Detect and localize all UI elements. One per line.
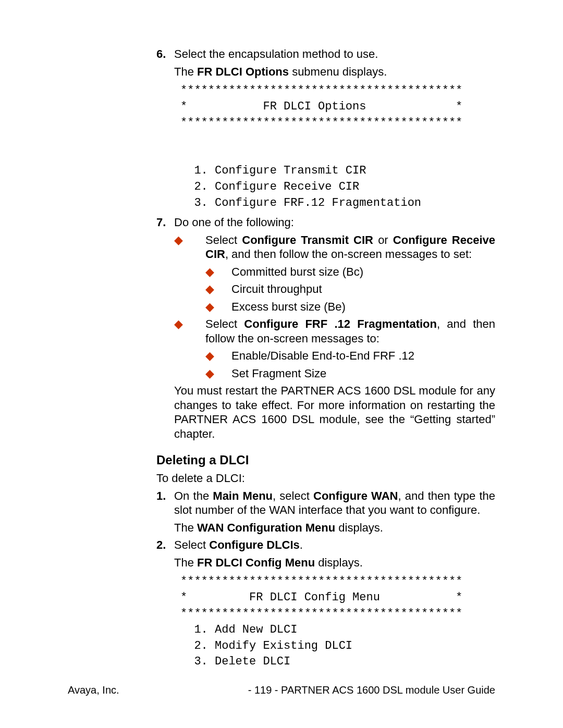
del-step-2-line2: The FR DLCI Config Menu displays. — [174, 556, 495, 570]
step-6-marker: 6. — [156, 47, 174, 215]
step-6: 6. Select the encapsulation method to us… — [156, 47, 495, 215]
step-6-terminal: ****************************************… — [180, 83, 495, 211]
del-step-1-body: On the Main Menu, select Configure WAN, … — [174, 489, 495, 535]
page-content: 6. Select the encapsulation method to us… — [68, 47, 495, 645]
list-item: ◆ Committed burst size (Bc) — [205, 265, 495, 279]
list-item: ◆ Excess burst size (Be) — [205, 300, 495, 314]
diamond-icon: ◆ — [205, 265, 231, 279]
del-step-1-line1: On the Main Menu, select Configure WAN, … — [174, 489, 495, 517]
step-6-line1: Select the encapsulation method to use. — [174, 47, 495, 61]
diamond-icon: ◆ — [205, 282, 231, 297]
step-7-tail: You must restart the PARTNER ACS 1600 DS… — [174, 384, 495, 441]
del-step-1-marker: 1. — [156, 489, 174, 535]
del-step-2-terminal: ****************************************… — [180, 574, 495, 670]
list-item: ◆ Set Fragment Size — [205, 366, 495, 381]
step-7: 7. Do one of the following: ◆ Select Con… — [156, 215, 495, 441]
step-7-intro: Do one of the following: — [174, 215, 495, 230]
del-step-1-line2: The WAN Configuration Menu displays. — [174, 521, 495, 535]
step-7-bullet-2-subs: ◆ Enable/Disable End-to-End FRF .12 ◆ Se… — [205, 349, 495, 380]
step-7-bullet-1-subs: ◆ Committed burst size (Bc) ◆ Circuit th… — [205, 265, 495, 314]
list-item: ◆ Enable/Disable End-to-End FRF .12 — [205, 349, 495, 363]
page-footer: Avaya, Inc. - 119 - PARTNER ACS 1600 DSL… — [68, 684, 495, 697]
section-intro: To delete a DLCI: — [156, 471, 495, 486]
step-7-body: Do one of the following: ◆ Select Config… — [174, 215, 495, 441]
diamond-icon: ◆ — [174, 317, 205, 346]
footer-left: Avaya, Inc. — [68, 684, 119, 697]
step-7-bullet-2: ◆ Select Configure FRF .12 Fragmentation… — [174, 317, 495, 346]
step-6-line2: The FR DLCI Options submenu displays. — [174, 65, 495, 79]
step-7-marker: 7. — [156, 215, 174, 441]
heading-deleting-a-dlci: Deleting a DLCI — [156, 452, 495, 468]
step-7-bullet-1: ◆ Select Configure Transmit CIR or Confi… — [174, 233, 495, 262]
diamond-icon: ◆ — [205, 300, 231, 314]
del-step-1: 1. On the Main Menu, select Configure WA… — [156, 489, 495, 535]
del-step-2-marker: 2. — [156, 538, 174, 674]
step-7-bullet-2-text: Select Configure FRF .12 Fragmentation, … — [205, 317, 495, 346]
step-7-bullet-1-text: Select Configure Transmit CIR or Configu… — [205, 233, 495, 262]
del-step-2-line1: Select Configure DLCIs. — [174, 538, 495, 552]
diamond-icon: ◆ — [205, 366, 231, 381]
list-item: ◆ Circuit throughput — [205, 282, 495, 297]
step-6-body: Select the encapsulation method to use. … — [174, 47, 495, 215]
diamond-icon: ◆ — [174, 233, 205, 262]
diamond-icon: ◆ — [205, 349, 231, 363]
section-body: To delete a DLCI: 1. On the Main Menu, s… — [156, 471, 495, 674]
footer-center: - 119 - PARTNER ACS 1600 DSL module User… — [248, 684, 495, 697]
main-column: 6. Select the encapsulation method to us… — [156, 47, 495, 441]
del-step-2: 2. Select Configure DLCIs. The FR DLCI C… — [156, 538, 495, 674]
del-step-2-body: Select Configure DLCIs. The FR DLCI Conf… — [174, 538, 495, 674]
